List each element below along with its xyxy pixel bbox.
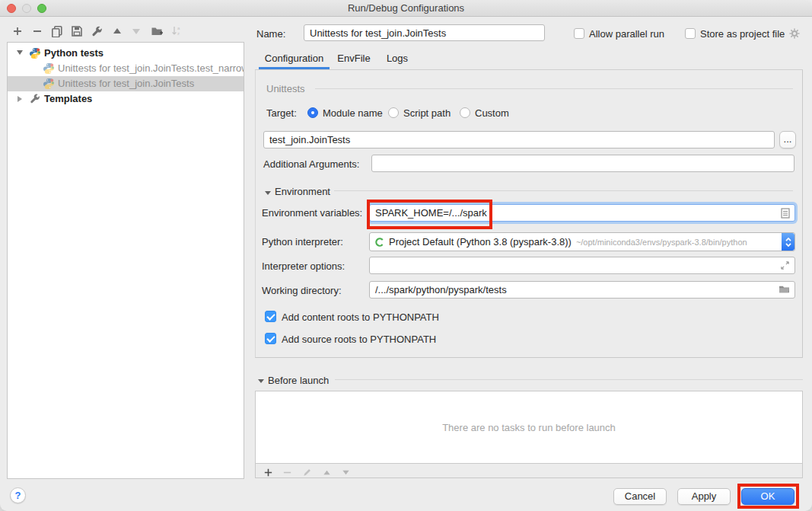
- browse-target-button[interactable]: ...: [779, 131, 796, 149]
- target-custom-label: Custom: [475, 107, 509, 119]
- edit-templates-wrench-icon[interactable]: [90, 24, 103, 38]
- python-interpreter-dropdown[interactable]: Project Default (Python 3.8 (pyspark-3.8…: [369, 232, 795, 251]
- ok-button[interactable]: OK: [741, 488, 794, 505]
- additional-arguments-label: Additional Arguments:: [263, 158, 359, 170]
- title-bar: Run/Debug Configurations: [0, 0, 812, 17]
- interpreter-options-input[interactable]: [369, 257, 795, 274]
- task-down-icon: [339, 466, 352, 478]
- working-directory-label: Working directory:: [262, 285, 342, 296]
- folder-icon[interactable]: [779, 284, 790, 296]
- tab-label: Logs: [387, 53, 408, 64]
- tree-item-python-tests[interactable]: Python tests: [8, 46, 244, 61]
- tab-configuration[interactable]: Configuration: [259, 47, 330, 69]
- python-interpreter-label: Python interpreter:: [262, 236, 343, 248]
- environment-section-label: Environment: [275, 186, 330, 197]
- name-label: Name:: [256, 28, 285, 40]
- python-test-icon: [43, 62, 55, 75]
- tab-logs[interactable]: Logs: [374, 47, 420, 69]
- target-module-name-label: Module name: [323, 107, 383, 119]
- tree-item-label: Unittests for test_join.JoinTests.test_n…: [58, 61, 244, 76]
- unittests-group-label: Unittests: [266, 83, 305, 94]
- environment-variables-label: Environment variables:: [262, 207, 362, 219]
- add-content-roots-checkbox[interactable]: [265, 311, 276, 322]
- interpreter-value: Project Default (Python 3.8 (pyspark-3.8…: [389, 236, 572, 248]
- dropdown-spinner-icon[interactable]: [782, 233, 794, 251]
- before-launch-empty-text: There are no tasks to run before launch: [442, 422, 616, 433]
- tab-envfile[interactable]: EnvFile: [327, 47, 381, 69]
- task-up-icon: [320, 466, 333, 478]
- environment-separator: [334, 190, 793, 191]
- target-script-path-radio[interactable]: [388, 107, 399, 118]
- move-down-icon: [129, 24, 143, 38]
- gear-icon[interactable]: [788, 27, 801, 42]
- window-title: Run/Debug Configurations: [0, 2, 812, 14]
- new-folder-icon[interactable]: [150, 24, 164, 38]
- tab-label: EnvFile: [337, 53, 370, 64]
- svg-text:z: z: [177, 31, 180, 36]
- target-script-path-label: Script path: [403, 107, 451, 119]
- working-directory-input[interactable]: [369, 281, 795, 299]
- svg-text:a: a: [177, 26, 180, 30]
- sort-alphabetically-icon: az: [170, 24, 183, 38]
- target-module-name-radio[interactable]: [307, 107, 318, 118]
- allow-parallel-run-checkbox[interactable]: [574, 28, 584, 39]
- before-launch-panel: There are no tasks to run before launch: [255, 391, 803, 478]
- tree-item-label: Python tests: [44, 46, 103, 61]
- python-test-icon: [43, 78, 55, 90]
- add-source-roots-checkbox[interactable]: [265, 333, 276, 344]
- conda-environment-icon: [374, 237, 385, 248]
- remove-icon[interactable]: [30, 24, 44, 38]
- tree-item-unittests-test-narrow[interactable]: Unittests for test_join.JoinTests.test_n…: [8, 61, 244, 76]
- store-as-project-file-checkbox[interactable]: [685, 28, 696, 39]
- tree-item-label: Unittests for test_join.JoinTests: [58, 76, 194, 91]
- before-launch-label: Before launch: [268, 375, 329, 386]
- expand-field-icon[interactable]: [780, 260, 790, 273]
- before-launch-separator: [335, 379, 803, 380]
- add-source-roots-label: Add source roots to PYTHONPATH: [282, 334, 436, 345]
- tab-label: Configuration: [265, 53, 323, 64]
- save-icon[interactable]: [70, 24, 84, 38]
- help-button[interactable]: ?: [10, 487, 26, 503]
- apply-button[interactable]: Apply: [677, 488, 731, 505]
- templates-wrench-icon: [29, 93, 41, 105]
- remove-task-icon: [281, 466, 293, 478]
- python-tests-icon: [29, 47, 41, 59]
- chevron-right-icon[interactable]: [18, 96, 22, 102]
- cancel-button[interactable]: Cancel: [613, 488, 667, 505]
- before-launch-collapse-icon[interactable]: [258, 379, 264, 383]
- move-up-icon[interactable]: [110, 24, 124, 38]
- configurations-tree: Python tests Unittests for test_join.Joi…: [7, 42, 244, 479]
- copy-icon[interactable]: [50, 24, 64, 38]
- add-content-roots-label: Add content roots to PYTHONPATH: [282, 311, 439, 323]
- add-task-icon[interactable]: [262, 466, 274, 478]
- store-as-project-file-label: Store as project file: [700, 28, 785, 40]
- before-launch-task-list[interactable]: There are no tasks to run before launch: [256, 391, 802, 464]
- target-custom-radio[interactable]: [460, 107, 470, 118]
- group-separator: [315, 88, 793, 89]
- tree-item-templates[interactable]: Templates: [8, 91, 244, 107]
- run-debug-configurations-dialog: Run/Debug Configurations az Python tests: [0, 0, 812, 511]
- name-input[interactable]: [304, 24, 545, 41]
- interpreter-options-label: Interpreter options:: [262, 260, 345, 272]
- additional-arguments-input[interactable]: [371, 155, 794, 172]
- environment-collapse-icon[interactable]: [265, 191, 271, 195]
- browse-variables-icon[interactable]: [781, 208, 790, 221]
- tree-item-label: Templates: [44, 91, 92, 107]
- environment-variables-input[interactable]: [369, 204, 795, 222]
- interpreter-path: ~/opt/miniconda3/envs/pyspark-3.8/bin/py…: [576, 238, 747, 247]
- add-icon[interactable]: [11, 24, 24, 38]
- configuration-tab-panel: Unittests Target: Module name Script pat…: [255, 70, 803, 358]
- edit-task-pencil-icon: [301, 466, 313, 478]
- allow-parallel-run-label: Allow parallel run: [589, 28, 664, 40]
- tree-item-unittests-jointests-selected[interactable]: Unittests for test_join.JoinTests: [8, 76, 244, 91]
- target-input[interactable]: [263, 131, 775, 149]
- chevron-down-icon[interactable]: [17, 50, 23, 55]
- target-label: Target:: [266, 107, 297, 119]
